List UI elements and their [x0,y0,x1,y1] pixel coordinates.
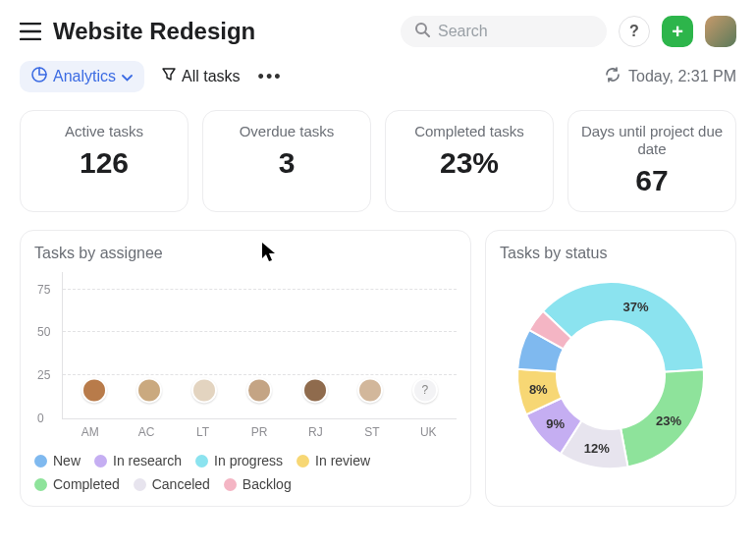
x-tick: ST [352,425,392,439]
legend-swatch [224,478,237,491]
donut-slice-label: 23% [656,413,681,428]
page-title: Website Redesign [53,18,255,45]
legend-item: Canceled [134,476,210,492]
search-input[interactable] [438,23,593,40]
kpi-card: Completed tasks 23% [385,110,554,212]
kpi-label: Overdue tasks [213,123,360,140]
refresh-icon [605,67,621,86]
kpi-card: Days until project due date 67 [567,110,736,212]
y-tick: 0 [37,412,44,425]
bar-chart: ? 0255075 [62,272,457,419]
legend-item: In review [297,453,370,468]
donut-slice-label: 8% [529,381,548,396]
kpi-value: 23% [396,146,543,180]
x-tick: PR [240,425,279,439]
legend-swatch [195,455,208,468]
legend-label: In review [315,453,370,468]
donut-slice [543,282,704,372]
legend-swatch [34,455,47,468]
assignee-avatar [191,377,217,403]
legend-label: Completed [53,476,120,492]
chevron-down-icon [122,68,133,85]
help-icon: ? [629,23,639,40]
assignee-avatar [302,377,328,403]
more-menu[interactable]: ••• [258,67,283,87]
search-box[interactable] [401,16,607,47]
filter-label: All tasks [182,68,241,85]
kpi-label: Completed tasks [396,123,543,140]
x-tick: UK [408,425,448,439]
cursor-icon [260,241,278,266]
x-tick: AC [127,425,166,439]
legend-item: Completed [34,476,120,492]
legend-label: Canceled [152,476,210,492]
refresh-timestamp[interactable]: Today, 2:31 PM [605,67,736,86]
donut-slice-label: 9% [546,416,565,431]
kpi-label: Days until project due date [578,123,726,158]
legend-item: New [34,453,81,468]
legend-swatch [134,478,146,491]
pie-chart-icon [31,67,47,86]
legend-item: Backlog [224,476,292,492]
y-tick: 50 [37,325,50,339]
filter-icon [162,68,176,85]
kpi-value: 67 [578,164,726,197]
assignee-avatar: ? [412,377,438,403]
menu-icon[interactable] [20,23,41,40]
donut-chart: 37%23%12%9%8% [508,272,714,478]
analytics-label: Analytics [53,68,116,85]
kpi-value: 126 [30,146,178,180]
legend-item: In progress [195,453,283,468]
assignee-avatar [357,377,383,403]
donut-slice-label: 37% [623,299,649,313]
kpi-value: 3 [213,146,360,180]
kpi-label: Active tasks [30,123,178,140]
search-icon [414,22,430,41]
legend-label: In progress [214,453,283,468]
legend-label: In research [113,453,182,468]
legend-swatch [94,455,107,468]
y-tick: 25 [37,368,50,382]
assignee-avatar [81,377,107,403]
donut-card-title: Tasks by status [500,245,722,262]
tasks-by-assignee-card: Tasks by assignee ? 0255075 AMACLTPRRJST… [20,230,471,507]
legend-swatch [297,455,309,468]
kpi-card: Active tasks 126 [20,110,189,212]
x-tick: AM [71,425,110,439]
analytics-dropdown[interactable]: Analytics [20,61,144,92]
legend-swatch [34,478,47,491]
bar-card-title: Tasks by assignee [34,245,163,261]
donut-slice-label: 12% [584,440,610,455]
refresh-label: Today, 2:31 PM [628,68,736,85]
kpi-card: Overdue tasks 3 [202,110,371,212]
x-tick: LT [184,425,223,439]
user-avatar[interactable] [705,16,736,47]
help-button[interactable]: ? [619,16,650,47]
tasks-by-status-card: Tasks by status 37%23%12%9%8% [485,230,736,507]
legend-label: New [53,453,81,468]
plus-icon: + [672,21,683,43]
assignee-avatar [136,377,162,403]
add-button[interactable]: + [662,16,693,47]
y-tick: 75 [37,283,50,297]
legend-label: Backlog [243,476,292,492]
assignee-avatar [246,377,272,403]
x-tick: RJ [296,425,335,439]
filter-all-tasks[interactable]: All tasks [162,68,241,85]
legend-item: In research [94,453,182,468]
